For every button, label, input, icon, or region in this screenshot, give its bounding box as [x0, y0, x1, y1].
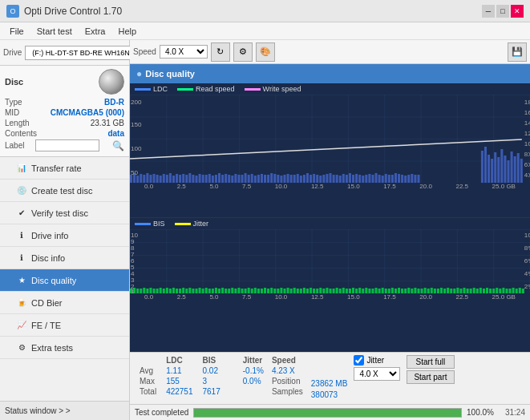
svg-text:14X: 14X: [524, 119, 530, 127]
svg-rect-241: [512, 288, 515, 293]
svg-rect-94: [481, 151, 483, 183]
svg-rect-236: [496, 288, 498, 293]
svg-rect-142: [188, 288, 191, 293]
minimize-button[interactable]: ─: [482, 5, 495, 18]
svg-rect-42: [251, 174, 253, 183]
sidebar-item-disc-quality[interactable]: ★ Disc quality: [0, 269, 129, 292]
speed-label: Speed: [133, 47, 156, 56]
maximize-button[interactable]: □: [496, 5, 509, 18]
settings-button[interactable]: ⚙: [233, 42, 253, 62]
svg-rect-53: [287, 174, 289, 183]
speed-select[interactable]: 4.0 X: [160, 45, 208, 59]
disc-contents-label: Contents: [5, 129, 37, 138]
progress-bar-inner: [194, 409, 461, 417]
svg-rect-21: [182, 174, 184, 183]
svg-rect-145: [199, 288, 201, 293]
svg-rect-35: [228, 175, 230, 183]
disc-label-search-icon[interactable]: 🔍: [112, 140, 124, 151]
sidebar-item-cd-bier[interactable]: 🍺 CD Bier: [0, 292, 129, 314]
svg-rect-93: [417, 175, 419, 183]
disc-icon: [99, 69, 124, 95]
status-window-button[interactable]: Status window > >: [0, 401, 129, 420]
svg-rect-47: [267, 175, 269, 183]
svg-rect-132: [156, 289, 159, 293]
svg-rect-34: [225, 174, 227, 183]
svg-rect-12: [153, 174, 156, 183]
disc-contents-row: Contents data: [5, 129, 124, 138]
stats-ldc-header: LDC: [161, 355, 197, 365]
title-bar: O Opti Drive Control 1.70 ─ □ ✕: [0, 0, 530, 22]
svg-rect-67: [333, 175, 335, 183]
save-button[interactable]: 💾: [508, 42, 527, 62]
svg-rect-33: [221, 175, 224, 183]
svg-text:16X: 16X: [524, 109, 530, 116]
svg-rect-133: [160, 288, 162, 293]
avg-label: Avg: [135, 365, 161, 376]
refresh-button[interactable]: ↻: [211, 42, 230, 62]
svg-rect-186: [333, 289, 335, 293]
start-full-button[interactable]: Start full: [407, 355, 454, 369]
sidebar-item-label-transfer-rate: Transfer rate: [31, 164, 82, 173]
svg-rect-160: [248, 288, 250, 293]
svg-rect-206: [398, 288, 400, 293]
disc-info-icon: ℹ: [16, 252, 27, 264]
palette-button[interactable]: 🎨: [256, 42, 275, 62]
create-test-disc-icon: 💿: [16, 185, 27, 196]
close-button[interactable]: ✕: [511, 5, 524, 18]
svg-rect-54: [290, 175, 293, 183]
menu-extra[interactable]: Extra: [79, 25, 112, 38]
svg-rect-15: [163, 174, 165, 183]
menu-start-test[interactable]: Start test: [30, 25, 79, 38]
stats-section: LDC BIS Jitter Speed Avg 1.11 0.02 -0.1%…: [130, 352, 530, 404]
svg-rect-80: [375, 173, 378, 183]
stats-jitter-header: Jitter: [238, 355, 269, 365]
svg-rect-97: [491, 159, 493, 183]
svg-rect-25: [195, 176, 197, 183]
upper-legend: LDC Read speed Write speed: [130, 83, 530, 95]
svg-rect-184: [326, 288, 328, 293]
svg-rect-100: [500, 149, 503, 183]
sidebar-item-extra-tests[interactable]: ⚙ Extra tests: [0, 337, 129, 359]
disc-label-input[interactable]: [35, 139, 99, 151]
svg-rect-23: [188, 173, 191, 183]
disc-length-value: 23.31 GB: [91, 119, 124, 127]
speed-test-select[interactable]: 4.0 X: [354, 367, 400, 381]
svg-rect-153: [225, 289, 227, 293]
svg-rect-222: [450, 289, 452, 293]
svg-rect-164: [261, 289, 263, 293]
sidebar-item-fe-te[interactable]: 📈 FE / TE: [0, 314, 129, 337]
svg-text:10%: 10%: [524, 232, 530, 239]
menu-file[interactable]: File: [3, 25, 30, 38]
svg-rect-137: [172, 288, 175, 293]
svg-rect-231: [479, 288, 482, 293]
legend-write-line: [245, 88, 261, 91]
svg-rect-36: [231, 176, 233, 183]
svg-rect-196: [365, 288, 367, 293]
svg-rect-79: [371, 175, 374, 183]
svg-rect-19: [176, 174, 178, 183]
svg-rect-70: [342, 174, 345, 183]
svg-rect-11: [149, 175, 152, 183]
stats-bis-header: BIS: [198, 355, 225, 365]
svg-rect-208: [404, 289, 407, 293]
disc-mid-row: MID CMCMAGBA5 (000): [5, 108, 124, 117]
content-area: Speed 4.0 X ↻ ⚙ 🎨 💾 ● Disc quality LDC: [130, 40, 530, 420]
svg-rect-106: [520, 159, 523, 183]
sidebar-item-create-test-disc[interactable]: 💿 Create test disc: [0, 180, 129, 202]
svg-rect-211: [414, 288, 416, 293]
disc-quality-header: ● Disc quality: [130, 64, 530, 83]
avg-speed-right: [311, 368, 348, 379]
start-part-button[interactable]: Start part: [407, 370, 454, 384]
sidebar-item-disc-info[interactable]: ℹ Disc info: [0, 247, 129, 269]
sidebar-item-label-drive-info: Drive info: [31, 231, 68, 240]
sidebar-item-drive-info[interactable]: ℹ Drive info: [0, 224, 129, 247]
svg-rect-134: [163, 289, 165, 293]
disc-panel: Disc Type BD-R MID CMCMAGBA5 (000) Lengt…: [0, 66, 129, 157]
jitter-checkbox[interactable]: [354, 355, 364, 365]
app-icon: O: [6, 5, 19, 18]
sidebar-item-verify-test-disc[interactable]: ✔ Verify test disc: [0, 202, 129, 224]
sidebar-item-transfer-rate[interactable]: 📊 Transfer rate: [0, 157, 129, 180]
svg-rect-85: [391, 175, 394, 183]
menu-help[interactable]: Help: [111, 25, 143, 38]
legend-bis: BIS: [135, 220, 165, 228]
